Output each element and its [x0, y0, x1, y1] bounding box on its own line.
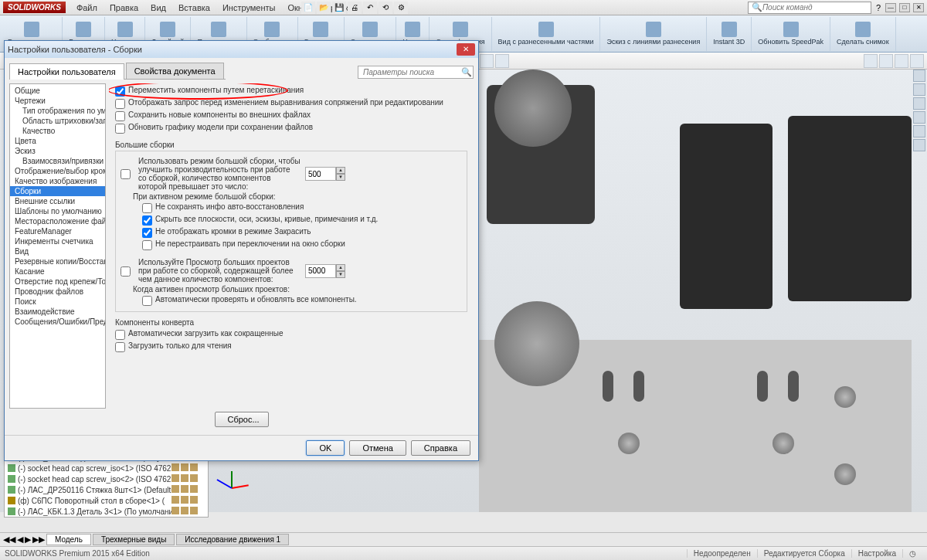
- checkbox-hide-all[interactable]: [142, 216, 152, 226]
- status-unit-icon[interactable]: ◷: [902, 549, 922, 558]
- tree-item[interactable]: Инкременты счетчика: [10, 236, 105, 246]
- checkbox-load-readonly[interactable]: [115, 342, 125, 352]
- tree-item[interactable]: Внешние ссылки: [10, 196, 105, 206]
- tree-item[interactable]: Качество изображения: [10, 176, 105, 186]
- command-search[interactable]: 🔍: [748, 2, 871, 14]
- ribbon-snapshot[interactable]: Сделать снимок: [830, 17, 895, 51]
- tree-item[interactable]: Область штриховки/запо: [10, 116, 105, 126]
- tab-nav-next-icon[interactable]: ▶▶: [32, 535, 45, 545]
- opt-auto-load-lw[interactable]: Автоматически загрузить как сокращенные: [115, 328, 467, 341]
- review-threshold-spinner[interactable]: ▲▼: [305, 264, 345, 278]
- opt-save-external[interactable]: Сохранить новые компоненты во внешних фа…: [115, 110, 467, 122]
- opt-no-autosave[interactable]: Не сохранять инфо авто-восстановления: [121, 202, 462, 214]
- window-close-icon[interactable]: [910, 54, 924, 68]
- spin-down-icon[interactable]: ▼: [336, 271, 345, 278]
- tab-user-settings[interactable]: Настройки пользователя: [9, 63, 124, 80]
- checkbox-show-prompt[interactable]: [115, 99, 125, 109]
- options-search[interactable]: 🔍: [358, 66, 474, 79]
- opt-auto-check[interactable]: Автоматически проверять и обновлять все …: [121, 294, 462, 307]
- tree-item[interactable]: Отверстие под крепеж/Tool: [10, 277, 105, 287]
- opt-update-graphics[interactable]: Обновить графику модели при сохранении ф…: [115, 122, 467, 134]
- tree-item[interactable]: Вид: [10, 246, 105, 256]
- checkbox-save-external[interactable]: [115, 111, 125, 121]
- ok-button[interactable]: OK: [306, 440, 345, 456]
- help-dropdown-icon[interactable]: ?: [876, 3, 881, 12]
- dialog-close-button[interactable]: ✕: [457, 43, 475, 56]
- taskpane-custom-icon[interactable]: [913, 139, 925, 151]
- tree-item[interactable]: Сборки: [10, 186, 105, 196]
- status-config[interactable]: Настройка: [851, 549, 902, 558]
- tree-item[interactable]: Качество: [10, 126, 105, 136]
- taskpane-appearances-icon[interactable]: [913, 125, 925, 137]
- opt-move-by-drag[interactable]: Переместить компоненты путем перетаскива…: [115, 85, 467, 97]
- help-button[interactable]: Справка: [411, 440, 470, 456]
- minimize-button[interactable]: —: [885, 3, 896, 12]
- review-threshold-input[interactable]: [305, 264, 336, 278]
- scene-icon[interactable]: [480, 54, 494, 68]
- ribbon-exploded[interactable]: Вид с разнесенными частями: [492, 17, 601, 51]
- tree-item[interactable]: Сообщения/Ошибки/Преду: [10, 317, 105, 327]
- reset-button[interactable]: Сброс...: [215, 412, 269, 427]
- display-state-icon[interactable]: [171, 496, 179, 504]
- transparency-icon[interactable]: [190, 485, 198, 493]
- tree-item[interactable]: Тип отображения по умо: [10, 106, 105, 116]
- tab-nav-next1-icon[interactable]: ▶: [25, 535, 31, 545]
- cancel-button[interactable]: Отмена: [349, 440, 406, 456]
- checkbox-no-edges[interactable]: [142, 228, 152, 238]
- tab-motion-study[interactable]: Исследование движения 1: [176, 534, 289, 545]
- checkbox-large-review[interactable]: [121, 266, 131, 277]
- appearance-state-icon[interactable]: [181, 463, 188, 471]
- tree-item[interactable]: Резервные копии/Восстан: [10, 256, 105, 266]
- transparency-icon[interactable]: [190, 496, 198, 504]
- ribbon-explode-sketch[interactable]: Эскиз с линиями разнесения: [600, 17, 707, 51]
- tab-nav-prev-icon[interactable]: ◀◀: [3, 535, 15, 545]
- taskpane-file-explorer-icon[interactable]: [913, 97, 925, 110]
- menu-view[interactable]: Вид: [144, 2, 172, 14]
- checkbox-auto-check[interactable]: [142, 296, 152, 306]
- taskpane-design-library-icon[interactable]: [913, 83, 925, 96]
- appearance-state-icon[interactable]: [181, 485, 188, 493]
- options-category-tree[interactable]: ОбщиеЧертежиТип отображения по умоОбласт…: [9, 83, 106, 409]
- opt-hide-all[interactable]: Скрыть все плоскости, оси, эскизы, кривы…: [121, 214, 462, 226]
- checkbox-no-autosave[interactable]: [142, 203, 152, 213]
- tree-item[interactable]: Общие: [10, 86, 105, 96]
- window-max-icon[interactable]: [895, 54, 908, 68]
- restore-button[interactable]: □: [899, 3, 910, 12]
- window-min-icon[interactable]: [879, 54, 893, 68]
- appearance-state-icon[interactable]: [181, 496, 188, 504]
- display-state-icon[interactable]: [171, 463, 179, 471]
- opt-use-large-mode[interactable]: Использовать режим большой сборки, чтобы…: [121, 156, 462, 192]
- tree-item[interactable]: Касание: [10, 266, 105, 277]
- search-go-icon[interactable]: 🔍: [461, 67, 472, 77]
- large-threshold-input[interactable]: [305, 167, 336, 181]
- tab-model[interactable]: Модель: [46, 534, 91, 545]
- spin-up-icon[interactable]: ▲: [336, 264, 345, 271]
- tree-item[interactable]: Взаимосвязи/привязки: [10, 156, 105, 166]
- new-icon[interactable]: 📄: [301, 2, 315, 14]
- tree-item[interactable]: Проводник файлов: [10, 287, 105, 297]
- save-icon[interactable]: 💾: [332, 2, 346, 14]
- command-search-input[interactable]: [762, 3, 868, 12]
- tree-item[interactable]: Цвета: [10, 136, 105, 146]
- rebuild-icon[interactable]: ⟲: [379, 2, 392, 14]
- display-state-icon[interactable]: [171, 474, 179, 482]
- display-state-icon[interactable]: [171, 485, 179, 493]
- ribbon-instant3d[interactable]: Instant 3D: [707, 17, 752, 51]
- checkbox-update-graphics[interactable]: [115, 124, 125, 134]
- orientation-triad[interactable]: [232, 458, 263, 489]
- tree-item[interactable]: Эскиз: [10, 146, 105, 156]
- tree-item[interactable]: Поиск: [10, 297, 105, 307]
- tree-item[interactable]: Отображение/выбор кромк: [10, 166, 105, 176]
- opt-show-prompt[interactable]: Отображать запрос перед изменением вырав…: [115, 97, 467, 110]
- ribbon-speedpak[interactable]: Обновить SpeedPak: [752, 17, 830, 51]
- tree-item[interactable]: FeatureManager: [10, 226, 105, 236]
- checkbox-auto-load-lw[interactable]: [115, 330, 125, 340]
- view-settings-icon[interactable]: [495, 54, 509, 68]
- tree-item[interactable]: Шаблоны по умолчанию: [10, 206, 105, 216]
- checkbox-move-by-drag[interactable]: [115, 87, 125, 97]
- tab-nav-prev1-icon[interactable]: ◀: [17, 535, 23, 545]
- opt-load-readonly[interactable]: Загрузить только для чтения: [115, 341, 467, 353]
- taskpane-view-palette-icon[interactable]: [913, 111, 925, 124]
- undo-icon[interactable]: ↶: [363, 2, 377, 14]
- dialog-titlebar[interactable]: Настройки пользователя - Сборки ✕: [5, 41, 478, 58]
